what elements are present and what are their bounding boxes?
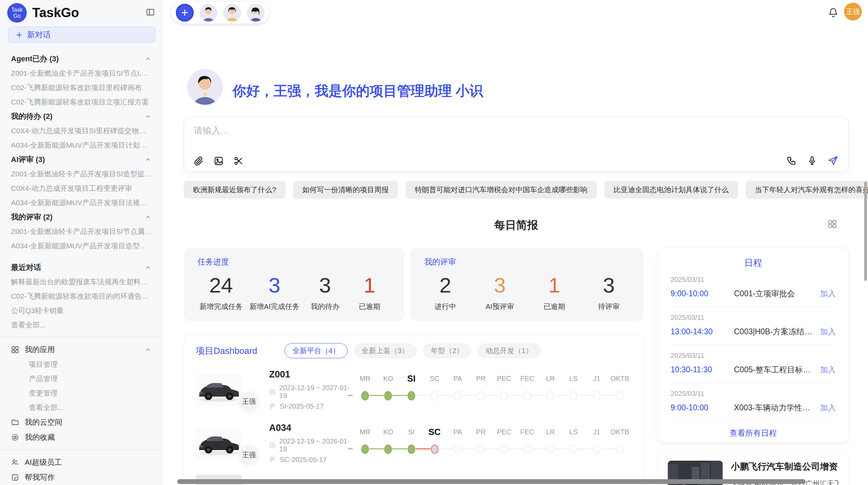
suggestion-chip[interactable]: 如何写一份清晰的项目周报 <box>293 181 398 199</box>
view-all-schedule-link[interactable]: 查看所有日程 <box>658 428 848 438</box>
section-header-agent-done[interactable]: Agent已办 (3) <box>0 52 162 66</box>
new-chat-button[interactable]: 新对话 <box>8 27 156 43</box>
milestone-ls: LS <box>562 424 585 462</box>
tab-powertrain[interactable]: 动总开发（1） <box>478 343 541 358</box>
new-chat-label: 新对话 <box>27 29 51 40</box>
stat-my-todo: 3 我的待办 <box>306 269 344 311</box>
image-upload-button[interactable] <box>214 156 224 166</box>
sidebar-item[interactable]: 解释最新出台的欧盟报废车法规再生塑料比例被调至15%... <box>0 275 162 289</box>
phone-icon <box>786 156 797 166</box>
sidebar-item[interactable]: C02-飞腾新能源轻客改款项目里程碑画布 <box>0 80 162 95</box>
milestone-dot <box>477 445 485 454</box>
suggestion-chip[interactable]: 特朗普可能对进口汽车增税会对中国车企造成哪些影响 <box>406 181 597 199</box>
project-flag: SI-2025-05-17 <box>269 402 352 410</box>
bell-icon <box>828 7 839 18</box>
sidebar-item[interactable]: A034-全新新能源MUV产品开发项目计划变更表编写 <box>0 138 162 152</box>
vertical-scrollbar[interactable] <box>864 182 867 281</box>
paperclip-icon <box>194 156 204 166</box>
sidebar-item-product-mgmt[interactable]: 产品管理 <box>0 372 162 386</box>
milestone-chain: MR KO SI SC PA PR PEC FEC LR LS J1 OKTB <box>353 371 631 409</box>
suggestion-chip[interactable]: 比亚迪全固态电池计划具体说了什么 <box>604 181 738 199</box>
project-dates: 2023-12-19 ~ 2027-01-19 <box>269 384 352 400</box>
sidebar-item[interactable]: 公司Q3轻卡销量 <box>0 303 162 318</box>
sidebar-item-cloud-space[interactable]: 我的云空间 <box>0 415 162 430</box>
chevron-up-icon <box>145 214 152 221</box>
milestone-dot <box>570 391 577 400</box>
stat-new-ai-done: 3 新增AI完成任务 <box>250 269 300 311</box>
project-name: Z001 <box>269 369 352 380</box>
sidebar-item[interactable]: C0X4-动力总成开发项目工程变更评审 <box>0 181 162 196</box>
milestone-dot <box>570 445 577 454</box>
sidebar-item[interactable]: Z001-全新燃油轻卡产品开发项目SI造型提交物评审 <box>0 167 162 181</box>
sidebar-item-favorites[interactable]: 我的收藏 <box>0 430 162 445</box>
chat-input[interactable] <box>194 125 742 145</box>
voice-call-button[interactable] <box>786 156 797 166</box>
milestone-pa: PA <box>446 424 469 462</box>
project-row-z001[interactable]: 王强 Z001 2023-12-19 ~ 2027-01-19 SI-2025-… <box>184 362 643 415</box>
schedule-event-title: C003|H0B-方案冻结评审 <box>734 326 815 337</box>
project-thumbnail <box>196 427 242 459</box>
sidebar: Task Go TaskGo 新对话 Agent已办 (3) Z001-全新燃油… <box>0 0 162 485</box>
sidebar-item-project-mgmt[interactable]: 项目管理 <box>0 357 162 372</box>
milestone-si-current: SI <box>400 371 423 409</box>
chevron-up-icon <box>145 264 152 271</box>
sidebar-item-view-all[interactable]: 查看全部... <box>0 318 162 332</box>
add-agent-button[interactable] <box>176 4 194 22</box>
person-illustration-icon <box>247 4 265 22</box>
sidebar-item[interactable]: Z001-全新燃油轻卡产品开发项目SI节点属性5D文件评审 <box>0 224 162 239</box>
sidebar-item-my-apps[interactable]: 我的应用 <box>0 342 162 357</box>
sidebar-item-help-write[interactable]: 帮我写作 <box>0 470 162 485</box>
sidebar-item[interactable]: C02-飞腾新能源轻客改款项目立项汇报方案 <box>0 95 162 109</box>
layout-toggle-button[interactable] <box>828 219 837 229</box>
section-header-recent-chats[interactable]: 最近对话 <box>0 260 162 275</box>
milestone-j1: J1 <box>585 371 608 409</box>
schedule-event-title: C005-整车工程目标评审 <box>734 364 815 375</box>
milestone-chain: MR KO SI SC PA PR PEC FEC LR LS J1 OKTB <box>353 424 631 462</box>
sidebar-item[interactable]: A034-全新新能源MUV产品开发项目造型可行性评审 <box>0 239 162 253</box>
sidebar-item[interactable]: C0X4-动力总成开发项目SI里程碑提交物检查 <box>0 124 162 138</box>
milestone-pr: PR <box>469 424 493 462</box>
notifications-button[interactable] <box>828 7 839 18</box>
sidebar-item[interactable]: C02-飞腾新能源轻客改款项目的闭环通告反馈情况 <box>0 289 162 303</box>
section-header-ai-review[interactable]: AI评审 (3) <box>0 152 162 167</box>
sidebar-toggle-button[interactable] <box>146 8 155 17</box>
sidebar-item[interactable]: A034-全新新能源MUV产品开发项目法规符合性评审 <box>0 196 162 210</box>
project-row-a034[interactable]: 王强 A034 2023-12-19 ~ 2026-01-19 SC-2025-… <box>184 415 643 469</box>
tab-new-platform[interactable]: 全新平台（4） <box>285 343 348 358</box>
project-dashboard-card: 项目Dashboard 全新平台（4） 全新上装（3） 年型（2） 动总开发（1… <box>184 334 643 485</box>
suggestion-chip[interactable]: 当下年轻人对汽车外观有怎样的喜好趋势 <box>746 181 868 199</box>
section-header-my-review[interactable]: 我的评审 (2) <box>0 210 162 224</box>
section-header-my-todo[interactable]: 我的待办 (2) <box>0 109 162 124</box>
milestone-dot <box>408 445 415 454</box>
suggestion-chip[interactable]: 欧洲新规最近颁布了什么? <box>184 181 286 199</box>
join-link[interactable]: 加入 <box>820 402 836 413</box>
attach-button[interactable] <box>194 156 204 166</box>
horizontal-scrollbar[interactable] <box>177 479 806 484</box>
user-avatar[interactable]: 王强 <box>844 3 862 21</box>
join-link[interactable]: 加入 <box>820 326 836 337</box>
sidebar-item-ai-employee[interactable]: AI超级员工 <box>0 455 162 470</box>
send-button[interactable] <box>828 155 839 166</box>
schedule-event-title: C001-立项审批会 <box>734 288 815 299</box>
tab-model-year[interactable]: 年型（2） <box>423 343 472 358</box>
agent-avatar-3[interactable] <box>247 4 265 22</box>
divider <box>671 421 836 421</box>
sidebar-nav: Agent已办 (3) Z001-全新燃油皮卡产品开发项目SI节点Lesson … <box>0 52 162 485</box>
milestone-dot <box>431 391 438 400</box>
send-icon <box>828 155 839 166</box>
schedule-item: 2025/03/11 9:00-10:00 X003-车辆动力学性能验... 加… <box>658 383 848 419</box>
join-link[interactable]: 加入 <box>820 288 836 299</box>
schedule-event-title: X003-车辆动力学性能验... <box>734 402 815 413</box>
apps-grid-icon <box>11 346 19 354</box>
milestone-fec: FEC <box>516 424 539 462</box>
join-link[interactable]: 加入 <box>820 364 836 375</box>
sidebar-item[interactable]: Z001-全新燃油皮卡产品开发项目SI节点Lesson Learn报告 <box>0 66 162 80</box>
agent-avatar-1[interactable] <box>200 4 217 22</box>
sidebar-item-view-all-apps[interactable]: 查看全部... <box>0 400 162 415</box>
tab-new-body[interactable]: 全新上装（3） <box>354 343 417 358</box>
agent-avatar-2[interactable] <box>223 4 241 22</box>
mic-button[interactable] <box>807 156 817 166</box>
snippet-button[interactable] <box>233 156 244 166</box>
sidebar-item-change-mgmt[interactable]: 变更管理 <box>0 386 162 400</box>
clock-icon <box>269 442 276 449</box>
